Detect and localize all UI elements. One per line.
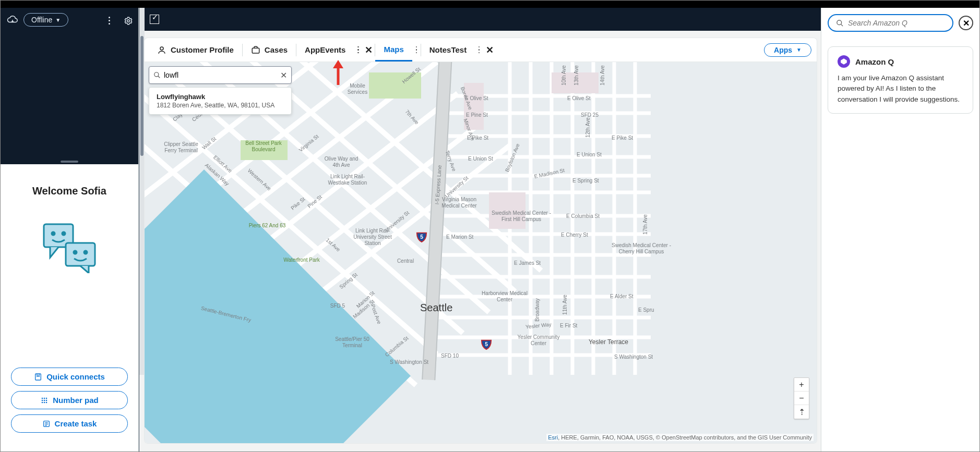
street-label: S Washington St bbox=[614, 354, 653, 360]
tab-notes-test-menu[interactable] bbox=[475, 46, 483, 54]
svg-rect-4 bbox=[66, 243, 95, 266]
poi-label: Virginia Mason Medical Center bbox=[436, 197, 483, 209]
task-icon bbox=[42, 420, 51, 428]
street-label: 13th Ave bbox=[573, 65, 579, 85]
svg-point-15 bbox=[44, 401, 45, 403]
poi-label: Bell Street Park Boulevard bbox=[237, 140, 290, 153]
poi-label: Olive Way and 4th Ave bbox=[323, 156, 360, 168]
attribution-esri: Esri bbox=[548, 434, 558, 441]
svg-text:5: 5 bbox=[485, 341, 488, 347]
street-label: 14th Ave bbox=[600, 65, 605, 85]
chat-illustration bbox=[41, 221, 98, 273]
agent-status-label: Offline bbox=[31, 16, 52, 24]
tab-notes-test-label: NotesTest bbox=[429, 45, 467, 54]
svg-line-56 bbox=[158, 76, 160, 78]
svg-marker-59 bbox=[841, 58, 847, 65]
svg-point-0 bbox=[127, 20, 130, 22]
tab-cases[interactable]: Cases bbox=[243, 38, 296, 62]
tab-notes-test-close[interactable]: ✕ bbox=[483, 44, 496, 56]
street-label: E Alder St bbox=[610, 294, 633, 299]
app-shell: Offline ▼ Welcome Sofia bbox=[1, 8, 979, 452]
street-label: 17th Ave bbox=[642, 214, 648, 235]
tab-app-events[interactable]: AppEvents bbox=[296, 38, 354, 62]
compass-reset-button[interactable]: ⇡ bbox=[794, 405, 809, 419]
street-label: 12th Ave bbox=[585, 117, 591, 138]
scrollbar-track[interactable] bbox=[139, 8, 145, 375]
cloud-icon bbox=[7, 15, 18, 25]
apps-dropdown-button[interactable]: Apps ▼ bbox=[764, 43, 811, 57]
amazon-q-search-box[interactable] bbox=[828, 14, 953, 32]
poi-label: Yesler Terrace bbox=[580, 338, 637, 346]
map-zoom-controls: + − ⇡ bbox=[794, 377, 809, 419]
apps-button-label: Apps bbox=[774, 46, 792, 54]
caret-down-icon: ▼ bbox=[55, 17, 61, 23]
svg-rect-19 bbox=[252, 48, 259, 53]
map-search-box[interactable]: ✕ bbox=[149, 66, 292, 84]
tab-maps-menu[interactable] bbox=[412, 46, 421, 54]
poi-label: Piers 62 And 63 bbox=[244, 223, 291, 229]
amazon-q-search-input[interactable] bbox=[848, 19, 945, 27]
street-label: 11th Ave bbox=[562, 295, 568, 315]
tab-customer-profile[interactable]: Customer Profile bbox=[149, 38, 242, 62]
amazon-q-logo bbox=[838, 55, 850, 68]
create-task-button[interactable]: Create task bbox=[11, 414, 127, 433]
settings-icon[interactable] bbox=[124, 16, 133, 26]
map-canvas[interactable]: 5 5 Seattle Alaskan Way Elliott Ave West… bbox=[145, 62, 817, 443]
tab-cases-label: Cases bbox=[265, 45, 288, 54]
svg-point-11 bbox=[42, 399, 43, 401]
number-pad-label: Number pad bbox=[53, 396, 99, 405]
zoom-in-button[interactable]: + bbox=[794, 378, 809, 392]
svg-point-18 bbox=[160, 47, 163, 50]
more-menu-button[interactable] bbox=[105, 16, 113, 25]
tab-app-events-close[interactable]: ✕ bbox=[362, 44, 375, 56]
poi-label: Swedish Medical Center - First Hill Camp… bbox=[490, 210, 553, 223]
tab-app-events-menu[interactable] bbox=[354, 46, 362, 54]
city-label-seattle: Seattle bbox=[420, 302, 452, 314]
poi-label: Yesler Community Center bbox=[510, 334, 567, 347]
svg-point-14 bbox=[42, 401, 43, 403]
street-label: E Olive St bbox=[567, 95, 590, 101]
sidebar-body: Welcome Sofia Quick connects bbox=[1, 164, 138, 452]
street-label: S Washington St bbox=[390, 359, 428, 365]
amazon-q-body: I am your live Amazon Q assistant powere… bbox=[838, 73, 963, 105]
street-label: E Union St bbox=[468, 156, 493, 162]
svg-text:5: 5 bbox=[420, 234, 423, 240]
tab-notes-test[interactable]: NotesTest bbox=[421, 38, 475, 62]
amazon-q-panel: ✕ Amazon Q I am your live Amazon Q assis… bbox=[821, 8, 979, 452]
quick-connects-button[interactable]: Quick connects bbox=[11, 368, 127, 386]
agent-status-dropdown[interactable]: Offline ▼ bbox=[23, 13, 68, 27]
street-label: 10th Ave bbox=[561, 65, 567, 85]
poi-label: SFD 25 bbox=[578, 112, 602, 118]
left-sidebar: Offline ▼ Welcome Sofia bbox=[1, 8, 139, 452]
sidebar-top-panel: Offline ▼ bbox=[1, 8, 138, 164]
tab-customer-profile-label: Customer Profile bbox=[171, 45, 234, 54]
poi-label: Link Light Rail-Westlake Station bbox=[324, 174, 371, 186]
svg-point-8 bbox=[42, 397, 43, 399]
person-icon bbox=[157, 45, 166, 55]
amazon-q-close-button[interactable]: ✕ bbox=[959, 16, 973, 30]
poi-label: Mobile Services bbox=[342, 83, 373, 95]
poi-label: Link Light Rail-University Street Statio… bbox=[349, 228, 396, 247]
svg-point-6 bbox=[84, 251, 87, 254]
poi-label: SFD 10 bbox=[438, 353, 462, 359]
map-attribution: Esri, HERE, Garmin, FAO, NOAA, USGS, © O… bbox=[546, 434, 814, 441]
svg-point-13 bbox=[46, 399, 47, 401]
svg-point-55 bbox=[154, 72, 159, 77]
svg-point-16 bbox=[46, 401, 47, 403]
panel-resize-handle[interactable] bbox=[61, 161, 78, 163]
clear-search-button[interactable]: ✕ bbox=[280, 70, 287, 80]
tab-app-events-label: AppEvents bbox=[305, 45, 345, 54]
briefcase-icon bbox=[251, 45, 260, 55]
center-header: ✓ bbox=[139, 8, 821, 31]
task-check-icon[interactable]: ✓ bbox=[150, 15, 159, 24]
search-suggestion[interactable]: Lowflyinghawk 1812 Boren Ave, Seattle, W… bbox=[149, 87, 292, 115]
zoom-out-button[interactable]: − bbox=[794, 392, 809, 405]
number-pad-button[interactable]: Number pad bbox=[11, 391, 127, 409]
tab-maps[interactable]: Maps bbox=[375, 38, 412, 62]
scrollbar-thumb[interactable] bbox=[140, 36, 144, 156]
poi-label: SFD 5 bbox=[327, 303, 348, 309]
suggestion-name: Lowflyinghawk bbox=[157, 93, 284, 101]
svg-point-2 bbox=[52, 232, 55, 235]
map-search-input[interactable] bbox=[164, 71, 277, 79]
dialpad-icon bbox=[40, 396, 49, 405]
